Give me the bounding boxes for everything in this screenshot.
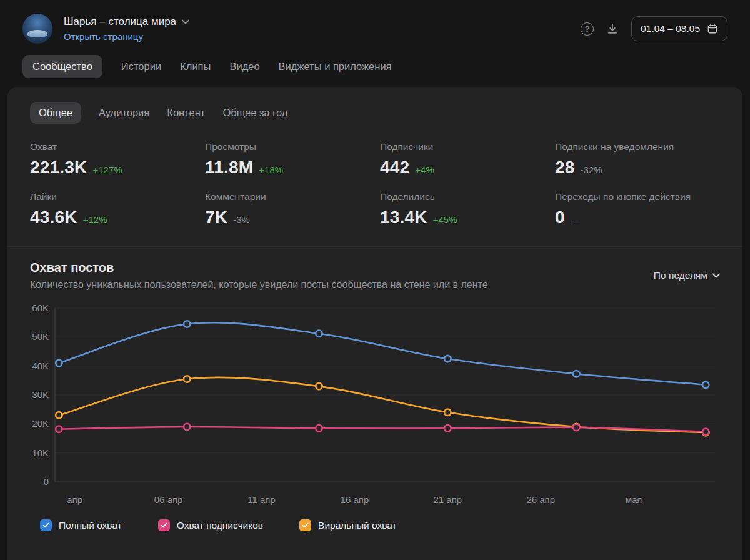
stat-notify-subscriptions: Подписки на уведомления28-32% (555, 141, 720, 178)
tab-video[interactable]: Видео (229, 55, 259, 78)
stat-label: Переходы по кнопке действия (555, 191, 720, 202)
checkbox-viral-reach[interactable] (299, 519, 311, 531)
calendar-icon (707, 23, 718, 34)
stat-label: Поделились (380, 191, 545, 202)
stat-action-button-clicks: Переходы по кнопке действия0— (555, 191, 720, 228)
stat-subscribers: Подписчики442+4% (380, 141, 545, 178)
tab-general[interactable]: Общее (30, 102, 81, 124)
stat-value: 43.6K (30, 208, 78, 228)
section-tabs: ОбщееАудиторияКонтентОбщее за год (8, 102, 742, 124)
svg-text:60K: 60K (32, 302, 49, 313)
community-info: Шарья – столица мира Открыть страницу (64, 16, 189, 42)
stat-value: 28 (555, 158, 575, 178)
date-range-value: 01.04 – 08.05 (641, 23, 700, 34)
stat-likes: Лайки43.6K+12% (30, 191, 195, 228)
legend-label: Охват подписчиков (177, 520, 263, 531)
stat-delta: +127% (93, 164, 122, 175)
svg-text:11 апр: 11 апр (248, 494, 276, 505)
chart-title: Охват постов (30, 261, 488, 275)
stat-label: Подписчики (380, 141, 545, 152)
tab-general-year[interactable]: Общее за год (222, 107, 288, 119)
header: Шарья – столица мира Открыть страницу ? … (0, 0, 750, 50)
stat-views: Просмотры11.8M+18% (205, 141, 370, 178)
svg-text:0: 0 (44, 476, 49, 487)
stat-label: Подписки на уведомления (555, 141, 720, 152)
open-page-link[interactable]: Открыть страницу (64, 31, 189, 42)
legend-label: Полный охват (59, 520, 122, 531)
tab-widgets[interactable]: Виджеты и приложения (279, 55, 392, 78)
stat-label: Лайки (30, 191, 195, 202)
header-actions: ? 01.04 – 08.05 (581, 16, 728, 41)
stat-shares: Поделились13.4K+45% (380, 191, 545, 228)
tab-clips[interactable]: Клипы (180, 55, 211, 78)
stat-label: Просмотры (205, 141, 370, 152)
community-name: Шарья – столица мира (64, 16, 176, 28)
svg-text:10K: 10K (32, 448, 49, 458)
checkbox-full-reach[interactable] (40, 519, 52, 531)
stat-label: Охват (30, 141, 195, 152)
svg-text:апр: апр (67, 494, 82, 505)
reach-chart-section: Охват постов Количество уникальных польз… (8, 246, 742, 531)
date-range-picker[interactable]: 01.04 – 08.05 (631, 16, 728, 41)
stat-comments: Комментарии7K-3% (205, 191, 370, 228)
legend-full-reach: Полный охват (40, 519, 122, 531)
legend-subscribers-reach: Охват подписчиков (158, 519, 263, 531)
stat-value: 11.8M (205, 158, 253, 178)
chart-heading: Охват постов Количество уникальных польз… (30, 261, 488, 291)
chevron-down-icon (712, 273, 720, 278)
legend-label: Виральный охват (318, 520, 397, 531)
svg-text:30K: 30K (32, 389, 49, 400)
tab-community[interactable]: Сообщество (22, 55, 102, 78)
checkbox-subscribers-reach[interactable] (158, 519, 170, 531)
community-avatar[interactable] (22, 14, 52, 44)
download-icon[interactable] (606, 22, 619, 35)
stat-delta: -3% (233, 214, 250, 225)
tab-audience[interactable]: Аудитория (99, 107, 149, 119)
svg-text:20K: 20K (32, 418, 49, 429)
stat-reach: Охват221.3K+127% (30, 141, 195, 178)
stats-grid: Охват221.3K+127%Просмотры11.8M+18%Подпис… (8, 141, 742, 228)
svg-text:26 апр: 26 апр (526, 494, 555, 505)
svg-text:40K: 40K (32, 361, 49, 371)
statistics-card: ОбщееАудиторияКонтентОбщее за год Охват2… (8, 87, 742, 560)
legend-viral-reach: Виральный охват (299, 519, 397, 531)
chart-legend: Полный охватОхват подписчиковВиральный о… (30, 519, 720, 531)
chart-subtitle: Количество уникальных пользователей, кот… (30, 279, 488, 291)
tab-content[interactable]: Контент (167, 107, 205, 119)
svg-text:06 апр: 06 апр (154, 494, 183, 505)
tab-stories[interactable]: Истории (121, 55, 161, 78)
stat-value: 7K (205, 208, 228, 228)
period-selector-value: По неделям (654, 270, 708, 281)
stat-delta: +45% (433, 214, 458, 225)
stat-value: 221.3K (30, 158, 88, 178)
stat-delta: +4% (415, 164, 434, 175)
stat-delta: +12% (83, 214, 108, 225)
svg-text:21 апр: 21 апр (433, 494, 462, 505)
period-selector[interactable]: По неделям (654, 270, 720, 281)
reach-line-chart: 010K20K30K40K50K60Kапр06 апр11 апр16 апр… (30, 299, 720, 518)
stat-value: 0 (555, 208, 565, 228)
main-tabs: СообществоИсторииКлипыВидеоВиджеты и при… (0, 55, 750, 78)
stat-delta: +18% (259, 164, 283, 175)
chevron-down-icon[interactable] (182, 19, 189, 24)
svg-text:мая: мая (626, 494, 642, 505)
stat-delta: -32% (581, 164, 602, 175)
stat-value: 442 (380, 158, 409, 178)
svg-text:16 апр: 16 апр (341, 494, 369, 505)
svg-text:50K: 50K (32, 331, 49, 342)
stat-value: 13.4K (380, 208, 428, 228)
stat-delta: — (571, 214, 580, 225)
help-icon[interactable]: ? (581, 22, 594, 36)
stat-label: Комментарии (205, 191, 370, 202)
